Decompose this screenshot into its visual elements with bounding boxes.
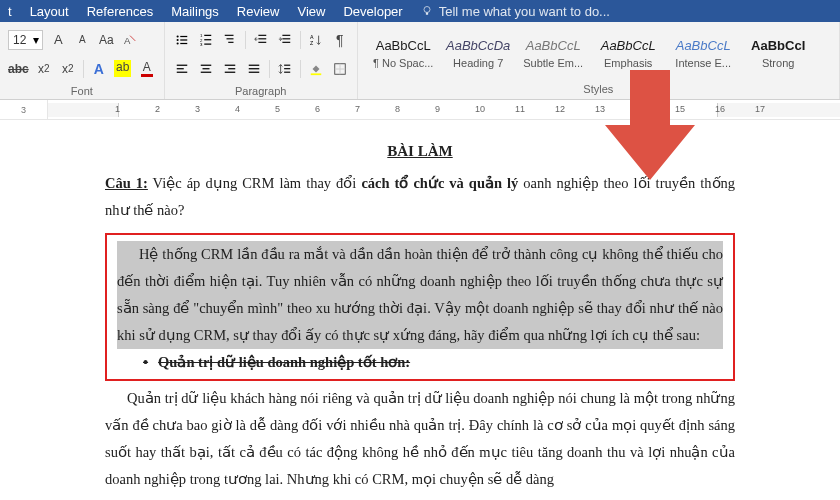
tutorial-arrow-icon [600, 70, 700, 190]
subscript-button[interactable]: x2 [35, 60, 53, 78]
text-effects-button[interactable]: A [90, 60, 108, 78]
ruler-tick: 4 [235, 104, 240, 114]
show-marks-button[interactable]: ¶ [331, 31, 349, 49]
svg-text:A: A [310, 34, 314, 40]
ruler-tick: 8 [395, 104, 400, 114]
ribbon-tabs: t Layout References Mailings Review View… [0, 0, 840, 22]
separator [83, 60, 84, 78]
q1-bold: cách tổ chức và quản lý [361, 175, 523, 191]
style-heading7[interactable]: AaBbCcDaHeading 7 [441, 25, 516, 81]
ribbon: 12 ▾ A A Aa A abc x2 x2 A ab A Font [0, 22, 840, 100]
style-subtle-emphasis[interactable]: AaBbCcLSubtle Em... [516, 25, 591, 81]
paragraph-group-label: Paragraph [173, 83, 349, 97]
font-size-combo[interactable]: 12 ▾ [8, 30, 43, 50]
style-name: Subtle Em... [523, 57, 583, 69]
style-preview: AaBbCcDa [446, 38, 510, 53]
lightbulb-icon [421, 5, 433, 17]
line-spacing-icon [278, 62, 292, 76]
svg-rect-38 [284, 64, 290, 65]
multilevel-list-button[interactable] [221, 31, 239, 49]
svg-rect-28 [176, 71, 187, 72]
svg-rect-10 [204, 34, 211, 35]
svg-rect-39 [284, 68, 290, 69]
tab-layout[interactable]: Layout [30, 4, 69, 19]
document-area[interactable]: BÀI LÀM Câu 1: Việc áp dụng CRM làm thay… [0, 120, 840, 500]
q1-lead: Câu 1: [105, 175, 148, 191]
align-center-button[interactable] [197, 60, 215, 78]
borders-icon [333, 62, 347, 76]
style-no-spacing[interactable]: AaBbCcL¶ No Spac... [366, 25, 441, 81]
svg-rect-15 [224, 34, 233, 35]
ruler-tick: 12 [555, 104, 565, 114]
separator [245, 31, 246, 49]
svg-rect-22 [282, 38, 290, 39]
svg-rect-8 [180, 42, 187, 43]
paragraph-group: 123 AZ ¶ Paragraph [165, 22, 358, 99]
increase-indent-button[interactable] [276, 31, 294, 49]
svg-rect-17 [228, 41, 233, 42]
paint-bucket-icon [309, 62, 323, 76]
style-strong[interactable]: AaBbCcIStrong [741, 25, 816, 81]
style-preview: AaBbCcL [601, 38, 656, 53]
align-right-button[interactable] [221, 60, 239, 78]
font-group-label: Font [8, 83, 156, 97]
strikethrough-button[interactable]: abc [8, 60, 29, 78]
line-spacing-button[interactable] [276, 60, 294, 78]
svg-rect-30 [202, 68, 209, 69]
tab-mailings[interactable]: Mailings [171, 4, 219, 19]
superscript-button[interactable]: x2 [59, 60, 77, 78]
bullets-icon [175, 33, 189, 47]
svg-rect-29 [200, 64, 211, 65]
ruler-horizontal[interactable]: 1234567891011121314151617 [48, 100, 840, 119]
justify-button[interactable] [245, 60, 263, 78]
tab-review[interactable]: Review [237, 4, 280, 19]
tab-developer[interactable]: Developer [343, 4, 402, 19]
highlight-color-button[interactable]: ab [114, 60, 132, 78]
svg-text:3: 3 [200, 42, 203, 47]
decrease-indent-button[interactable] [252, 31, 270, 49]
style-name: Intense E... [675, 57, 731, 69]
ruler-tick: 6 [315, 104, 320, 114]
ruler-tick: 2 [155, 104, 160, 114]
style-preview: AaBbCcI [751, 38, 805, 53]
svg-rect-19 [258, 38, 266, 39]
change-case-button[interactable]: Aa [97, 31, 115, 49]
borders-button[interactable] [331, 60, 349, 78]
svg-rect-26 [176, 64, 187, 65]
ruler-vertical-value: 3 [0, 100, 48, 119]
style-preview: AaBbCcL [676, 38, 731, 53]
font-color-button[interactable]: A [138, 60, 156, 78]
clear-formatting-button[interactable]: A [121, 31, 139, 49]
ruler-tick: 11 [515, 104, 525, 114]
svg-rect-14 [204, 43, 211, 44]
tell-me-search[interactable]: Tell me what you want to do... [421, 4, 610, 19]
ruler-tick: 10 [475, 104, 485, 114]
eraser-icon: A [123, 33, 137, 47]
grow-font-button[interactable]: A [49, 31, 67, 49]
sort-button[interactable]: AZ [307, 31, 325, 49]
align-left-button[interactable] [173, 60, 191, 78]
ruler[interactable]: 3 1234567891011121314151617 [0, 100, 840, 120]
tab-partial[interactable]: t [8, 4, 12, 19]
svg-rect-12 [204, 39, 211, 40]
struck-bullet-heading: Quản trị dữ liệu doanh nghiệp tốt hơn: [117, 349, 723, 376]
selected-paragraph[interactable]: Hệ thống CRM lần đầu ra mắt và dần dần h… [117, 241, 723, 348]
tab-view[interactable]: View [297, 4, 325, 19]
tab-references[interactable]: References [87, 4, 153, 19]
svg-rect-16 [226, 38, 233, 39]
tell-me-label: Tell me what you want to do... [439, 4, 610, 19]
style-preview: AaBbCcL [376, 38, 431, 53]
shrink-font-button[interactable]: A [73, 31, 91, 49]
sort-icon: AZ [309, 33, 323, 47]
numbering-button[interactable]: 123 [197, 31, 215, 49]
align-left-icon [175, 62, 189, 76]
svg-rect-27 [176, 68, 183, 69]
q1-text-a: Việc áp dụng CRM làm thay đổi [148, 175, 362, 191]
ruler-tick: 5 [275, 104, 280, 114]
bullets-button[interactable] [173, 31, 191, 49]
svg-rect-32 [224, 64, 235, 65]
shading-button[interactable] [307, 60, 325, 78]
ruler-tick: 16 [715, 104, 725, 114]
style-name: Emphasis [604, 57, 652, 69]
svg-text:Z: Z [310, 40, 314, 46]
